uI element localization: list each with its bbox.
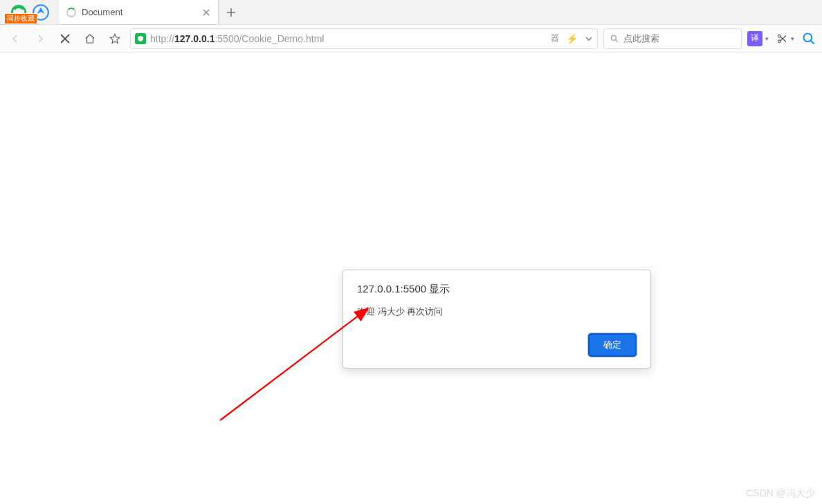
home-button[interactable] [80, 29, 100, 48]
qr-icon[interactable]: 器 [551, 32, 559, 44]
forward-button[interactable] [30, 29, 50, 48]
js-alert-dialog: 127.0.0.1:5500 显示 欢迎 冯大少 再次访问 确定 [342, 270, 651, 368]
translate-dropdown-icon[interactable]: ▾ [765, 35, 769, 42]
lightning-icon[interactable]: ⚡ [566, 33, 578, 44]
search-icon [610, 34, 619, 44]
new-tab-button[interactable] [219, 0, 244, 24]
search-input[interactable] [623, 33, 740, 44]
url-text: http://127.0.0.1:5500/Cookie_Demo.html [150, 33, 547, 44]
browser-tab[interactable]: Document [60, 0, 219, 24]
watermark: CSDN @冯大少 [746, 487, 815, 500]
address-bar-tools: 器 ⚡ [551, 32, 593, 44]
url-path: /Cookie_Demo.html [239, 33, 324, 44]
url-port: :5500 [214, 33, 239, 44]
scissors-dropdown-icon[interactable]: ▾ [791, 35, 794, 42]
stop-button[interactable] [55, 29, 75, 48]
address-bar[interactable]: http://127.0.0.1:5500/Cookie_Demo.html 器… [130, 28, 598, 49]
alert-message: 欢迎 冯大少 再次访问 [357, 306, 637, 318]
tab-strip: 同步收藏 Document [0, 0, 822, 25]
back-button[interactable] [6, 29, 25, 48]
sync-favorites-tag[interactable]: 同步收藏 [4, 13, 37, 24]
alert-title: 127.0.0.1:5500 显示 [357, 283, 637, 296]
loading-spinner-icon [66, 8, 76, 17]
toolbar: http://127.0.0.1:5500/Cookie_Demo.html 器… [0, 25, 822, 53]
search-box[interactable] [603, 28, 742, 49]
right-tools: 译 ▾ ▾ [747, 31, 816, 46]
tab-title: Document [82, 7, 196, 17]
favorite-button[interactable] [105, 29, 125, 48]
svg-point-2 [611, 35, 616, 40]
ok-button[interactable]: 确定 [588, 333, 637, 357]
scissors-icon[interactable] [776, 32, 788, 45]
url-protocol: http:// [150, 33, 174, 44]
close-tab-icon[interactable] [201, 8, 211, 17]
translate-button[interactable]: 译 [747, 31, 762, 46]
security-shield-icon [135, 33, 146, 44]
browser-logo-area: 同步收藏 [0, 0, 60, 24]
url-host: 127.0.0.1 [174, 33, 214, 44]
chevron-down-icon[interactable] [585, 35, 593, 43]
svg-point-5 [804, 33, 812, 41]
alert-actions: 确定 [357, 333, 637, 357]
magnify-icon[interactable] [801, 31, 816, 46]
